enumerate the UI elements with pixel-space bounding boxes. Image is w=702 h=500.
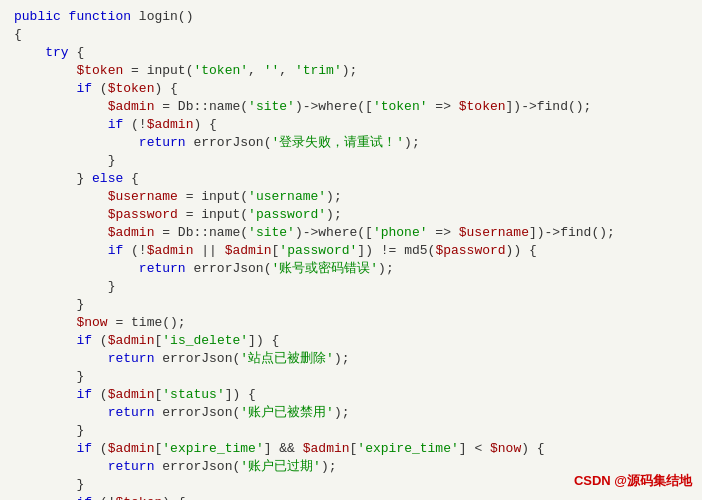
code-line: $password = input('password'); <box>14 206 688 224</box>
code-line: $token = input('token', '', 'trim'); <box>14 62 688 80</box>
code-line: try { <box>14 44 688 62</box>
code-line: } <box>14 368 688 386</box>
code-line: if ($admin['is_delete']) { <box>14 332 688 350</box>
code-lines: public function login(){ try { $token = … <box>14 8 688 500</box>
code-line: if (!$admin || $admin['password']) != md… <box>14 242 688 260</box>
code-line: return errorJson('账户已被禁用'); <box>14 404 688 422</box>
code-line: } else { <box>14 170 688 188</box>
code-line: $admin = Db::name('site')->where(['phone… <box>14 224 688 242</box>
code-line: } <box>14 278 688 296</box>
code-line: } <box>14 296 688 314</box>
code-line: if ($token) { <box>14 80 688 98</box>
code-line: return errorJson('账号或密码错误'); <box>14 260 688 278</box>
code-line: } <box>14 152 688 170</box>
code-line: return errorJson('登录失败，请重试！'); <box>14 134 688 152</box>
code-line: $admin = Db::name('site')->where(['token… <box>14 98 688 116</box>
code-container: public function login(){ try { $token = … <box>0 0 702 500</box>
code-line: if ($admin['expire_time'] && $admin['exp… <box>14 440 688 458</box>
code-line: { <box>14 26 688 44</box>
watermark: CSDN @源码集结地 <box>574 472 692 490</box>
code-line: if (!$token) { <box>14 494 688 500</box>
code-line: return errorJson('站点已被删除'); <box>14 350 688 368</box>
code-line: } <box>14 422 688 440</box>
code-line: if ($admin['status']) { <box>14 386 688 404</box>
code-line: $now = time(); <box>14 314 688 332</box>
code-line: $username = input('username'); <box>14 188 688 206</box>
code-line: public function login() <box>14 8 688 26</box>
code-line: if (!$admin) { <box>14 116 688 134</box>
